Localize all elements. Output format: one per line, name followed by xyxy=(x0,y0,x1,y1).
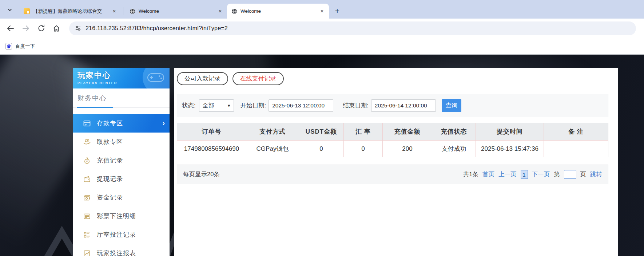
globe-icon xyxy=(130,8,135,14)
sidebar-item-label: 充值记录 xyxy=(97,156,123,165)
column-header-order-no: 订单号 xyxy=(177,123,246,141)
tab-company-deposit-record[interactable]: 公司入款记录 xyxy=(177,72,228,85)
next-page-link[interactable]: 下一页 xyxy=(532,170,550,178)
browser-tab-strip: 【新提醒】海燕策略论坛综合交 ✕ Welcome ✕ Welcome ✕ + xyxy=(0,0,644,19)
table-row: 1749800856594690 CGPay钱包 0 0 200 支付成功 20… xyxy=(177,141,608,157)
tab-title: 【新提醒】海燕策略论坛综合交 xyxy=(33,8,108,15)
tab-title: Welcome xyxy=(240,8,315,14)
cell-pay-method: CGPay钱包 xyxy=(246,141,299,157)
status-select-value: 全部 xyxy=(203,102,214,110)
globe-icon xyxy=(231,8,237,14)
home-button[interactable] xyxy=(51,23,62,34)
hand-coin-icon xyxy=(83,138,91,146)
browser-tab-welcome-1[interactable]: Welcome ✕ xyxy=(125,4,227,19)
chart-report-icon xyxy=(83,249,91,256)
forward-arrow-icon xyxy=(21,24,30,33)
column-header-recharge-status: 充值状态 xyxy=(432,123,476,141)
start-date-input[interactable] xyxy=(269,99,333,112)
reload-icon xyxy=(37,24,45,32)
cell-order-no: 1749800856594690 xyxy=(177,141,246,157)
url-text[interactable]: 216.118.235.52:8783/hhcp/usercenter.html… xyxy=(86,25,228,32)
bookmarks-bar: 百度一下 xyxy=(0,38,644,55)
end-date-label: 结束日期: xyxy=(343,102,369,110)
forward-button[interactable] xyxy=(20,23,31,34)
cell-remark xyxy=(544,141,608,157)
sidebar-item-withdraw[interactable]: 取款专区 xyxy=(73,133,170,151)
search-button[interactable]: 查询 xyxy=(442,99,461,112)
end-date-input[interactable] xyxy=(371,99,436,112)
status-label: 状态: xyxy=(182,102,196,110)
sidebar-item-deposit[interactable]: 存款专区 › xyxy=(73,114,170,133)
status-select[interactable]: 全部 ▼ xyxy=(199,99,234,112)
column-header-recharge-amount: 充值金额 xyxy=(383,123,432,141)
money-bag-icon: ¥ xyxy=(83,157,91,165)
tab-title: Welcome xyxy=(139,8,214,14)
site-settings-tune-icon[interactable] xyxy=(75,25,82,32)
sidebar-banner: 玩家中心 PLAYERS CENTER xyxy=(73,68,170,88)
sidebar-item-lottery-bet-detail[interactable]: 彩票下注明细 xyxy=(73,207,170,225)
sidebar-item-fund-record[interactable]: 资金记录 xyxy=(73,188,170,207)
sidebar-item-label: 取款专区 xyxy=(97,138,123,146)
column-header-pay-method: 支付方式 xyxy=(246,123,299,141)
cell-submit-time: 2025-06-13 15:47:36 xyxy=(476,141,544,157)
sidebar-item-label: 资金记录 xyxy=(97,193,123,202)
deposit-card-icon xyxy=(83,119,91,127)
cell-rate: 0 xyxy=(344,141,383,157)
players-center-subtitle: PLAYERS CENTER xyxy=(77,81,170,85)
address-bar[interactable]: 216.118.235.52:8783/hhcp/usercenter.html… xyxy=(69,21,636,35)
sidebar-item-label: 存款专区 xyxy=(97,119,123,127)
reload-button[interactable] xyxy=(36,23,47,34)
forum-favicon-icon xyxy=(24,8,30,14)
wallet-icon xyxy=(83,175,91,183)
close-tab-icon[interactable]: ✕ xyxy=(111,8,118,15)
sidebar: 玩家中心 PLAYERS CENTER 财务中心 存款专区 › xyxy=(73,68,170,256)
bookmark-baidu[interactable]: 百度一下 xyxy=(15,43,35,50)
tab-separator xyxy=(123,7,123,15)
column-header-rate: 汇 率 xyxy=(344,123,383,141)
chevron-down-icon xyxy=(7,7,12,12)
browser-tab-welcome-active[interactable]: Welcome ✕ xyxy=(227,4,329,19)
pagination-bar: 每页显示20条 共1条 首页 上一页 1 下一页 第 页 跳转 xyxy=(177,165,608,184)
sidebar-menu: 存款专区 › 取款专区 ¥ 充值记录 xyxy=(73,114,170,256)
cell-usdt-amount: 0 xyxy=(299,141,344,157)
column-header-remark: 备 注 xyxy=(544,123,608,141)
close-tab-icon[interactable]: ✕ xyxy=(217,8,223,15)
close-tab-icon[interactable]: ✕ xyxy=(319,8,325,15)
sidebar-item-hall-bet-record[interactable]: 厅室投注记录 xyxy=(73,225,170,244)
jump-prefix-label: 第 xyxy=(554,170,560,178)
record-tabs: 公司入款记录 在线支付记录 xyxy=(177,72,608,85)
cell-recharge-amount: 200 xyxy=(383,141,432,157)
chevron-down-icon: ▼ xyxy=(227,103,231,108)
browser-tab-forum[interactable]: 【新提醒】海燕策略论坛综合交 ✕ xyxy=(19,4,121,19)
browser-toolbar: 216.118.235.52:8783/hhcp/usercenter.html… xyxy=(0,19,644,38)
banknote-icon xyxy=(83,194,91,202)
records-table: 订单号 支付方式 USDT金额 汇 率 充值金额 充值状态 提交时间 备 注 1… xyxy=(177,123,608,157)
prev-page-link[interactable]: 上一页 xyxy=(498,170,517,178)
jump-link[interactable]: 跳转 xyxy=(590,170,602,178)
baidu-favicon-icon xyxy=(5,43,12,50)
sidebar-item-label: 玩家投注报表 xyxy=(97,249,136,256)
total-count-label: 共1条 xyxy=(463,170,478,178)
outline-list-icon xyxy=(83,231,91,239)
new-tab-button[interactable]: + xyxy=(333,6,342,16)
page-background: 玩家中心 PLAYERS CENTER 财务中心 存款专区 › xyxy=(0,55,644,256)
filter-bar: 状态: 全部 ▼ 开始日期: 结束日期: 查询 xyxy=(177,94,608,117)
sidebar-item-recharge-record[interactable]: ¥ 充值记录 xyxy=(73,151,170,170)
column-header-submit-time: 提交时间 xyxy=(476,123,544,141)
sidebar-item-label: 厅室投注记录 xyxy=(97,231,136,239)
sidebar-item-player-bet-report[interactable]: 玩家投注报表 xyxy=(73,244,170,256)
section-title-finance: 财务中心 xyxy=(77,94,170,103)
list-card-icon xyxy=(83,212,91,220)
first-page-link[interactable]: 首页 xyxy=(482,170,494,178)
sidebar-item-label: 提现记录 xyxy=(97,175,123,183)
pagination-controls: 共1条 首页 上一页 1 下一页 第 页 跳转 xyxy=(463,170,602,179)
tab-search-button[interactable] xyxy=(5,5,15,15)
home-icon xyxy=(52,24,61,33)
jump-page-input[interactable] xyxy=(564,170,576,179)
tab-online-payment-record[interactable]: 在线支付记录 xyxy=(232,72,284,85)
current-page-indicator[interactable]: 1 xyxy=(521,170,528,179)
sidebar-item-withdraw-record[interactable]: 提现记录 xyxy=(73,170,170,188)
cell-recharge-status: 支付成功 xyxy=(432,141,476,157)
back-button[interactable] xyxy=(5,23,16,34)
players-center-title: 玩家中心 xyxy=(77,70,170,80)
